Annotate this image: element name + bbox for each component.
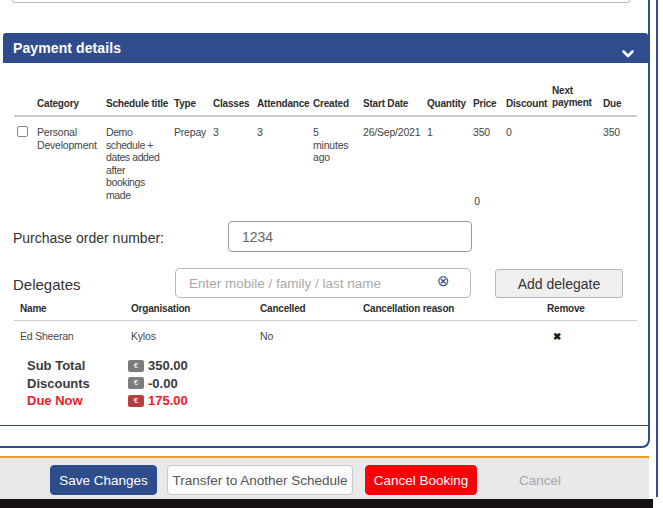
cancel-button[interactable]: Cancel <box>505 465 575 495</box>
list-item: Ed Sheeran Kylos No ✖ <box>14 321 637 343</box>
col-price: Price <box>473 85 506 116</box>
cell-due: 350 <box>603 116 637 201</box>
cell-attendance: 3 <box>257 116 313 201</box>
booking-row-checkbox[interactable] <box>17 126 28 137</box>
purchase-order-label: Purchase order number: <box>13 230 164 246</box>
subtotal-row: Sub Total € 350.00 <box>27 357 188 375</box>
col-remove: Remove <box>541 303 637 321</box>
col-type: Type <box>174 85 213 116</box>
checkbox-column-header <box>14 85 37 116</box>
delegates-table: Name Organisation Cancelled Cancellation… <box>14 303 637 342</box>
euro-badge-icon: € <box>128 395 144 407</box>
col-attendance: Attendance <box>257 85 313 116</box>
cell-price: 350 <box>473 116 506 201</box>
col-quantity: Quantity <box>427 85 473 116</box>
cell-classes: 3 <box>213 116 257 201</box>
cell-delegate-cancellation-reason <box>357 321 541 343</box>
col-category: Category <box>37 85 106 116</box>
col-due: Due <box>603 85 637 116</box>
payment-details-header[interactable]: Payment details <box>3 33 648 63</box>
cell-quantity: 1 <box>427 116 473 201</box>
delegates-label: Delegates <box>13 276 81 293</box>
col-name: Name <box>14 303 125 321</box>
bookings-table: Category Schedule title Type Classes Att… <box>14 85 637 201</box>
col-schedule-title: Schedule title <box>106 85 174 116</box>
subtotal-label: Sub Total <box>27 358 128 373</box>
col-created: Created <box>313 85 363 116</box>
panel-bottom-border <box>0 425 649 426</box>
cancel-booking-button[interactable]: Cancel Booking <box>365 465 477 495</box>
cell-category: Personal Development <box>37 116 106 201</box>
cell-start-date: 26/Sep/2021 <box>363 116 427 201</box>
col-cancellation-reason: Cancellation reason <box>357 303 541 321</box>
cell-schedule-title: Demo schedule + dates added after bookin… <box>106 116 174 201</box>
discounts-amount: -0.00 <box>148 376 178 391</box>
cell-type: Prepay <box>174 116 213 201</box>
discounts-label: Discounts <box>27 376 128 391</box>
save-changes-button[interactable]: Save Changes <box>50 465 157 495</box>
cell-created: 5 minutes ago <box>313 116 363 201</box>
cell-delegate-name: Ed Sheeran <box>14 321 125 343</box>
panel-title: Payment details <box>13 40 121 56</box>
transfer-schedule-button[interactable]: Transfer to Another Schedule <box>167 465 353 495</box>
table-row: Personal Development Demo schedule + dat… <box>14 116 637 201</box>
due-now-label: Due Now <box>27 393 128 408</box>
modal-footer: Save Changes Transfer to Another Schedul… <box>0 458 649 499</box>
remove-delegate-icon[interactable]: ✖ <box>541 321 637 343</box>
cell-delegate-cancelled: No <box>254 321 357 343</box>
modal-right-border <box>656 0 658 497</box>
purchase-order-input[interactable] <box>228 221 472 252</box>
col-organisation: Organisation <box>125 303 254 321</box>
table-total-value: 0 <box>448 195 480 207</box>
cell-next-payment <box>552 116 603 201</box>
add-delegate-button[interactable]: Add delegate <box>495 269 623 298</box>
due-now-amount: 175.00 <box>148 393 188 408</box>
col-next-payment: Next payment <box>552 85 603 116</box>
subtotal-amount: 350.00 <box>148 358 188 373</box>
cell-delegate-organisation: Kylos <box>125 321 254 343</box>
col-start-date: Start Date <box>363 85 427 116</box>
chevron-down-icon[interactable] <box>622 44 634 62</box>
bookings-header-row: Category Schedule title Type Classes Att… <box>14 85 637 116</box>
totals-block: Sub Total € 350.00 Discounts € -0.00 Due… <box>27 357 188 410</box>
euro-badge-icon: € <box>128 377 144 389</box>
col-cancelled: Cancelled <box>254 303 357 321</box>
delegates-header-row: Name Organisation Cancelled Cancellation… <box>14 303 637 321</box>
euro-badge-icon: € <box>128 360 144 372</box>
due-now-row: Due Now € 175.00 <box>27 392 188 410</box>
booking-modal: Payment details Category Schedule title … <box>0 0 663 508</box>
discounts-row: Discounts € -0.00 <box>27 375 188 393</box>
clear-search-icon[interactable]: ⊗ <box>437 273 450 288</box>
bottom-black-bar <box>0 499 653 508</box>
cell-discount: 0 <box>506 116 552 201</box>
col-classes: Classes <box>213 85 257 116</box>
delegate-search-input[interactable] <box>175 268 471 298</box>
col-discount: Discount <box>506 85 552 116</box>
notes-textarea[interactable] <box>11 0 631 3</box>
